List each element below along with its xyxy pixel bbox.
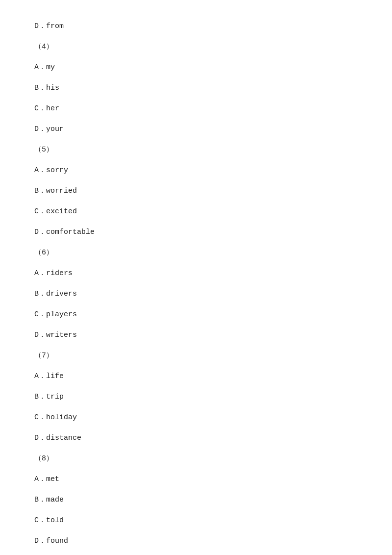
blank8 (34, 446, 358, 450)
blank6 (34, 240, 358, 244)
d-from: D．from (34, 20, 358, 33)
blank7 (34, 343, 358, 347)
b6: B．drivers (34, 287, 358, 301)
blank6d (34, 322, 358, 327)
blank6a (34, 260, 358, 265)
b5: B．worried (34, 184, 358, 198)
q5: （5） (34, 143, 358, 156)
b8: B．made (34, 493, 358, 506)
blank4d (34, 116, 358, 121)
c6: C．players (34, 308, 358, 321)
d7: D．distance (34, 431, 358, 445)
blank5a (34, 157, 358, 162)
blank5c (34, 199, 358, 203)
c4: C．her (34, 102, 358, 115)
blank4c (34, 96, 358, 100)
d5: D．comfortable (34, 226, 358, 239)
blank6b (34, 281, 358, 285)
c7: C．holiday (34, 411, 358, 424)
blank8d (34, 528, 358, 532)
a5: A．sorry (34, 164, 358, 177)
c5: C．excited (34, 205, 358, 218)
blank7d (34, 425, 358, 429)
b7: B．trip (34, 390, 358, 404)
d4: D．your (34, 123, 358, 136)
blank8a (34, 466, 358, 471)
blank8c (34, 507, 358, 512)
blank5d (34, 219, 358, 224)
blank4b (34, 75, 358, 79)
b4: B．his (34, 81, 358, 95)
blank6c (34, 302, 358, 306)
blank5 (34, 137, 358, 141)
blank7c (34, 404, 358, 409)
main-content: D．from （4） A．my B．his C．her D．your （5） A… (0, 0, 392, 555)
blank7a (34, 363, 358, 368)
blank4a (34, 54, 358, 59)
blank9 (34, 549, 358, 553)
q8: （8） (34, 452, 358, 465)
blank5b (34, 178, 358, 182)
d6: D．writers (34, 328, 358, 342)
blank8b (34, 487, 358, 491)
a8: A．met (34, 473, 358, 486)
a7: A．life (34, 370, 358, 383)
a4: A．my (34, 61, 358, 74)
q6: （6） (34, 246, 358, 259)
blank4 (34, 34, 358, 38)
blank7b (34, 384, 358, 388)
d8: D．found (34, 534, 358, 548)
q7: （7） (34, 349, 358, 362)
c8: C．told (34, 514, 358, 527)
a6: A．riders (34, 267, 358, 280)
q4: （4） (34, 40, 358, 53)
